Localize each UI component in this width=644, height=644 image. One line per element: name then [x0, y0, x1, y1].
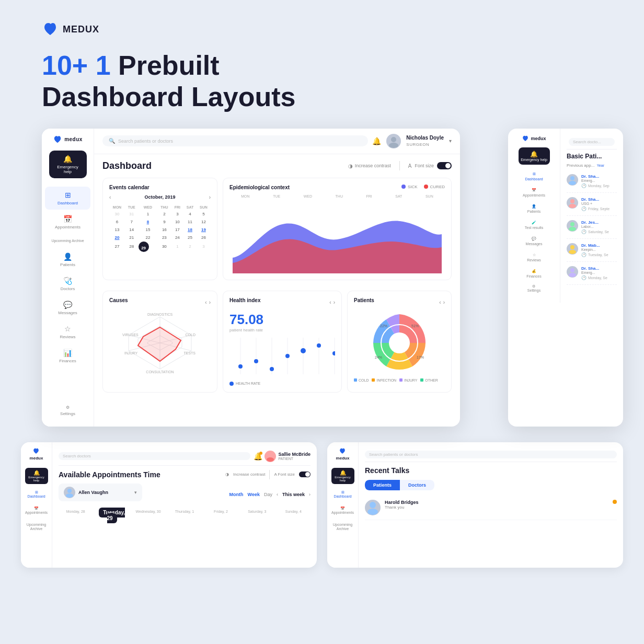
svg-point-39 [569, 204, 576, 208]
cal-day[interactable]: 17 [171, 226, 184, 234]
cal-day[interactable]: 27 [109, 242, 125, 252]
appt-nav-dashboard[interactable]: ⊞Dashboard [25, 488, 47, 500]
cal-day[interactable]: 14 [125, 226, 139, 234]
doctor-select[interactable]: Allen Vaughn ▾ [59, 484, 142, 501]
cal-day[interactable]: 22 [139, 234, 158, 242]
cal-day[interactable]: 7 [125, 218, 139, 226]
cal-day[interactable]: 10 [171, 218, 184, 226]
user-dropdown-icon[interactable]: ▾ [449, 138, 452, 144]
cal-day[interactable]: 26 [197, 234, 211, 242]
sidebar-item-dashboard[interactable]: ⊞ Dashboard [45, 187, 90, 210]
settings-2[interactable]: ⚙Settings [527, 280, 540, 296]
cal-day[interactable]: 30 [157, 242, 171, 252]
cal-day[interactable]: 23 [157, 234, 171, 242]
cal-day[interactable]: 2 [183, 242, 197, 252]
top-section: MEDUX 10+ 1 PrebuiltDashboard Layouts [0, 0, 644, 129]
talks-nav-archive[interactable]: Upcomming Archive [329, 521, 356, 534]
cal-day[interactable]: 19 [197, 226, 211, 234]
cal-day[interactable]: 5 [197, 210, 211, 218]
sidebar2-item-finances[interactable]: 💰 Finances [508, 267, 560, 280]
causes-next[interactable]: › [209, 300, 211, 305]
patients-widget: Patients ‹ › [347, 291, 452, 393]
settings-item[interactable]: ⚙ Settings [58, 401, 77, 420]
svg-text:INJURY: INJURY [124, 351, 137, 355]
cal-day[interactable]: 4 [183, 210, 197, 218]
cal-day[interactable]: 28 [125, 242, 139, 252]
sidebar2-item-reviews[interactable]: ☆ Reviews [508, 251, 560, 264]
cal-day[interactable]: 30 [109, 210, 125, 218]
tab-week[interactable]: Week [248, 492, 260, 497]
talks-search[interactable]: Search patients or doctors [365, 451, 617, 458]
cal-day[interactable]: 3 [197, 242, 211, 252]
causes-prev[interactable]: ‹ [205, 300, 206, 305]
font-toggle-3[interactable] [299, 472, 310, 477]
cal-day[interactable]: 29 [139, 242, 149, 252]
bell-icon[interactable]: 🔔 [372, 137, 381, 145]
talks-emergency-btn[interactable]: 🔔 Emergency help [331, 468, 354, 484]
cal-day[interactable]: 3 [171, 210, 184, 218]
cal-day[interactable]: 21 [125, 234, 139, 242]
cal-day[interactable]: 18 [183, 226, 197, 234]
svg-point-41 [569, 227, 576, 231]
sidebar-item-messages[interactable]: 💬 Messages [42, 296, 94, 319]
selected-day[interactable]: Tuesday, 29 [99, 508, 125, 523]
cal-day[interactable]: 24 [171, 234, 184, 242]
appt-sidebar: medux 🔔 Emergency help ⊞Dashboard 📅Appoi… [21, 442, 52, 568]
cal-day[interactable]: 15 [139, 226, 158, 234]
cal-day[interactable]: 13 [109, 226, 125, 234]
tab-doctors[interactable]: Doctors [400, 480, 434, 490]
sidebar-item-reviews[interactable]: ☆ Reviews [42, 320, 94, 343]
sidebar-item-archive[interactable]: Upcomming Archive [42, 235, 94, 247]
cal-day[interactable]: 11 [183, 218, 197, 226]
week-nav-next[interactable]: › [309, 492, 310, 497]
cal-day[interactable]: 12 [197, 218, 211, 226]
cal-day[interactable]: 6 [109, 218, 125, 226]
sidebar-item-appointments[interactable]: 📅 Appointments [42, 211, 94, 234]
talks-nav-appts[interactable]: 📅Appointments [329, 504, 356, 516]
sidebar-item-finances[interactable]: 📊 Finances [42, 344, 94, 367]
emergency-btn-2[interactable]: 🔔 Emergency help [519, 147, 550, 165]
appt-search[interactable]: Search doctors [59, 452, 250, 460]
patients-next[interactable]: › [443, 300, 445, 305]
sidebar-item-patients[interactable]: 👤 Patients [42, 248, 94, 271]
health-next[interactable]: › [334, 300, 335, 305]
talks-nav-dashboard[interactable]: ⊞Dashboard [331, 488, 353, 500]
sidebar2-item-patients[interactable]: 👤 Patients [508, 202, 560, 215]
tab-month[interactable]: Month [229, 492, 244, 497]
cal-next[interactable]: › [209, 194, 211, 200]
sidebar2-item-tests[interactable]: 🧪 Test results [508, 218, 560, 232]
appt-nav-appts[interactable]: 📅Appointments [23, 504, 50, 516]
causes-title: Causes [109, 297, 128, 303]
sidebar2-item-appts[interactable]: 📅 Appointments [508, 186, 560, 199]
cal-day[interactable]: 25 [183, 234, 197, 242]
tab-day[interactable]: Day [264, 492, 272, 497]
emergency-label: Emergency help [53, 165, 83, 174]
cal-day[interactable]: 2 [157, 210, 171, 218]
sidebar2-item-dashboard[interactable]: ⊞ Dashboard [508, 170, 560, 183]
cal-day[interactable]: 20 [109, 234, 125, 242]
cal-day[interactable]: 8 [139, 218, 158, 226]
cal-day[interactable]: 1 [171, 242, 184, 252]
sidebar2-item-messages[interactable]: 💬 Messages [508, 235, 560, 248]
cal-header-wed: WED [139, 204, 158, 210]
appt-topbar: Search doctors 🔔 Sallie McBride PATIENT [59, 447, 310, 466]
emergency-button[interactable]: 🔔 Emergency help [49, 151, 87, 178]
appt-nav-archive[interactable]: Upcomming Archive [23, 521, 50, 534]
tab-patients[interactable]: Patients [365, 480, 400, 490]
cal-prev[interactable]: ‹ [109, 194, 111, 200]
appt-emergency-btn[interactable]: 🔔 Emergency help [25, 468, 48, 484]
sidebar2-nav: ⊞ Dashboard 📅 Appointments 👤 Patients 🧪 … [508, 170, 560, 280]
health-prev[interactable]: ‹ [329, 300, 331, 305]
sidebar-item-doctors[interactable]: 🩺 Doctors [42, 272, 94, 295]
search-bar-1[interactable]: 🔍 Search patients or doctors [102, 135, 368, 146]
font-size-control[interactable]: A Font size [408, 162, 452, 169]
patients-prev[interactable]: ‹ [439, 300, 441, 305]
cal-day[interactable]: 9 [157, 218, 171, 226]
font-toggle[interactable] [437, 162, 452, 169]
cal-day[interactable]: 16 [157, 226, 171, 234]
search-2[interactable]: Search docto... [569, 138, 615, 146]
cal-day[interactable]: 31 [125, 210, 139, 218]
contrast-button[interactable]: ◑ Increase contrast [348, 163, 391, 169]
cal-day[interactable]: 1 [139, 210, 158, 218]
week-nav-prev[interactable]: ‹ [277, 492, 278, 497]
